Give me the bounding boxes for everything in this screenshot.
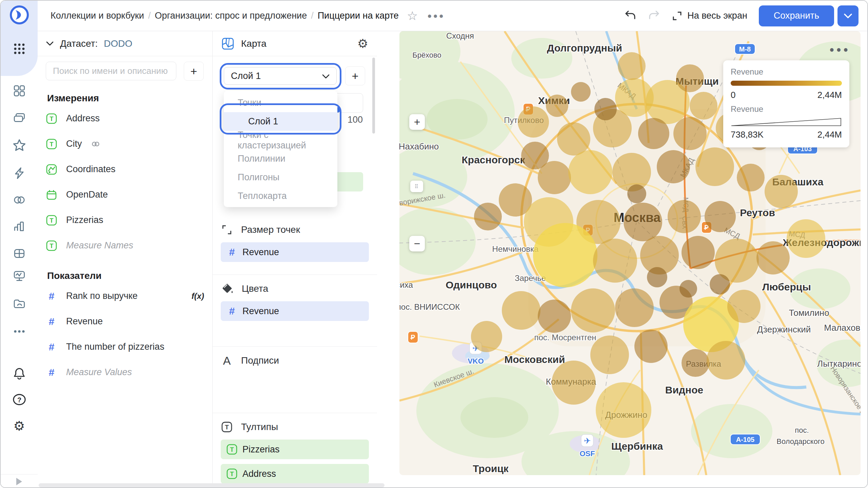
revenue-bubble[interactable] bbox=[594, 98, 617, 120]
revenue-bubble[interactable] bbox=[557, 122, 590, 156]
help-icon[interactable]: ? bbox=[1, 392, 38, 407]
dimension-row[interactable]: T Pizzerias bbox=[38, 207, 212, 233]
revenue-bubble[interactable] bbox=[707, 341, 745, 380]
dataset-header[interactable]: Датасет: DODO bbox=[38, 31, 212, 56]
revenue-bubble[interactable] bbox=[538, 300, 571, 333]
measure-row[interactable]: # Measure Values bbox=[38, 360, 212, 385]
viz-panel-scrollbar[interactable] bbox=[372, 58, 375, 134]
dimension-row[interactable]: OpenDate bbox=[38, 182, 212, 207]
revenue-bubble[interactable] bbox=[695, 147, 734, 186]
fullscreen-button[interactable]: На весь экран bbox=[672, 11, 747, 21]
revenue-bubble[interactable] bbox=[627, 184, 646, 203]
tooltip-field-chip[interactable]: T Address bbox=[221, 464, 369, 484]
save-options-chevron-button[interactable] bbox=[837, 5, 859, 26]
revenue-bubble[interactable] bbox=[765, 175, 798, 208]
viz-type-title[interactable]: Карта bbox=[241, 38, 351, 49]
charts-icon[interactable] bbox=[1, 220, 38, 233]
revenue-bubble[interactable] bbox=[612, 153, 651, 191]
layer-dropdown-item[interactable]: Слой 1 bbox=[224, 112, 337, 131]
map-menu-dots-icon[interactable]: ●●● bbox=[829, 45, 850, 54]
horizontal-scrollbar[interactable] bbox=[39, 483, 384, 487]
tables-icon[interactable] bbox=[1, 247, 38, 260]
revenue-bubble[interactable] bbox=[673, 117, 707, 150]
map-zoom-drag-handle[interactable]: ⠿ bbox=[410, 181, 423, 192]
chart-menu-dots-icon[interactable]: ●●● bbox=[427, 12, 445, 20]
size-field-chip[interactable]: # Revenue bbox=[221, 242, 369, 262]
map-canvas[interactable]: СходняБрёховоДолгопрудныйМытищиХимкиПути… bbox=[399, 31, 861, 475]
tooltip-field-chip[interactable]: T Pizzerias bbox=[221, 440, 369, 459]
revenue-bubble[interactable] bbox=[596, 382, 651, 438]
revenue-bubble[interactable] bbox=[571, 82, 591, 102]
favorites-star-icon[interactable] bbox=[1, 138, 38, 152]
revenue-bubble[interactable] bbox=[727, 290, 761, 323]
more-dots-icon[interactable] bbox=[1, 325, 38, 338]
revenue-bubble[interactable] bbox=[690, 92, 717, 120]
revenue-bubble[interactable] bbox=[546, 95, 568, 117]
revenue-bubble[interactable] bbox=[668, 200, 701, 233]
dataset-name-link[interactable]: DODO bbox=[104, 38, 132, 49]
revenue-bubble[interactable] bbox=[568, 150, 612, 194]
layer-dropdown-item[interactable]: Точки bbox=[224, 94, 337, 112]
map-zoom-in-button[interactable]: + bbox=[409, 114, 425, 130]
revenue-bubble[interactable] bbox=[679, 280, 697, 298]
map-zoom-out-button[interactable]: − bbox=[409, 236, 425, 251]
field-search-input[interactable] bbox=[46, 62, 176, 80]
revenue-bubble[interactable] bbox=[638, 118, 669, 149]
settings-gear-icon[interactable]: ⚙ bbox=[1, 418, 38, 434]
datasets-icon[interactable] bbox=[1, 193, 38, 207]
revenue-bubble[interactable] bbox=[618, 52, 646, 80]
dashboards-icon[interactable] bbox=[1, 84, 38, 98]
measure-row[interactable]: # Rank по выручке f(x) bbox=[38, 283, 212, 309]
revenue-bubble[interactable] bbox=[647, 267, 667, 287]
layer-dropdown-item[interactable]: Точки с кластеризацией bbox=[224, 131, 337, 149]
revenue-bubble[interactable] bbox=[634, 330, 668, 363]
notifications-bell-icon[interactable] bbox=[1, 367, 38, 382]
dimension-row[interactable]: T City bbox=[38, 131, 212, 157]
layer-dropdown-item[interactable]: Полилинии bbox=[224, 149, 337, 168]
favorite-star-icon[interactable]: ☆ bbox=[407, 9, 418, 23]
revenue-bubble[interactable] bbox=[657, 150, 690, 183]
layer-dropdown-item[interactable]: Полигоны bbox=[224, 168, 337, 187]
revenue-bubble[interactable] bbox=[682, 349, 709, 377]
collections-icon[interactable] bbox=[1, 111, 38, 125]
measure-row[interactable]: # Revenue bbox=[38, 309, 212, 334]
colors-field-chip[interactable]: # Revenue bbox=[221, 301, 369, 321]
breadcrumb-collections[interactable]: Коллекции и воркбуки bbox=[51, 11, 144, 21]
datalens-logo-icon[interactable] bbox=[1, 5, 38, 25]
add-layer-button[interactable]: + bbox=[345, 66, 365, 85]
revenue-bubble[interactable] bbox=[593, 239, 637, 283]
breadcrumb-workbook[interactable]: Организации: спрос и предложение bbox=[155, 11, 307, 21]
revenue-bubble[interactable] bbox=[737, 164, 765, 191]
revenue-bubble[interactable] bbox=[552, 361, 596, 405]
revenue-bubble[interactable] bbox=[474, 203, 502, 230]
layer-dropdown-item[interactable]: Теплокарта bbox=[224, 187, 337, 205]
chart-settings-gear-icon[interactable]: ⚙ bbox=[357, 38, 368, 50]
layer-select[interactable]: Слой 1 bbox=[224, 67, 337, 85]
revenue-bubble[interactable] bbox=[705, 201, 736, 232]
dimension-row[interactable]: Coordinates bbox=[38, 157, 212, 182]
revenue-bubble[interactable] bbox=[471, 321, 502, 352]
apps-grid-icon[interactable] bbox=[1, 41, 38, 57]
revenue-bubble[interactable] bbox=[502, 291, 540, 330]
dimension-row[interactable]: T Address bbox=[38, 106, 212, 131]
revenue-bubble[interactable] bbox=[538, 161, 571, 194]
revenue-bubble[interactable] bbox=[710, 274, 730, 294]
revenue-bubble[interactable] bbox=[756, 241, 790, 274]
revenue-bubble[interactable] bbox=[676, 64, 704, 92]
dimension-row[interactable]: T Measure Names bbox=[38, 233, 212, 258]
rail-expand-button[interactable] bbox=[1, 474, 38, 488]
measure-row[interactable]: # The number of pizzerias bbox=[38, 334, 212, 360]
redo-icon[interactable] bbox=[648, 9, 660, 22]
revenue-bubble[interactable] bbox=[518, 106, 549, 138]
revenue-bubble[interactable] bbox=[682, 236, 715, 269]
add-field-button[interactable]: + bbox=[184, 62, 204, 81]
revenue-bubble[interactable] bbox=[571, 288, 615, 332]
revenue-bubble[interactable] bbox=[590, 336, 629, 374]
storage-folder-icon[interactable] bbox=[1, 297, 38, 310]
revenue-bubble[interactable] bbox=[787, 219, 825, 258]
revenue-bubble[interactable] bbox=[624, 203, 662, 241]
save-button[interactable]: Сохранить bbox=[759, 5, 834, 26]
editor-lightning-icon[interactable] bbox=[1, 166, 38, 180]
revenue-bubble[interactable] bbox=[615, 288, 654, 327]
undo-icon[interactable] bbox=[624, 9, 636, 22]
